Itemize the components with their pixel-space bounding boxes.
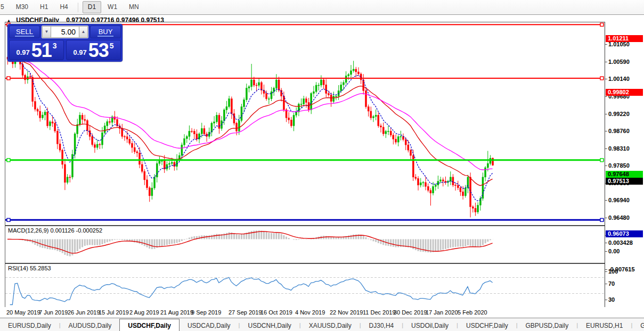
timeframe-button-MN[interactable]: MN [124, 1, 144, 13]
date-tick-label: 27 Sep 2019 [229, 309, 262, 316]
hline-price-badge: 0.97648 [606, 171, 643, 178]
date-tick-label: 5 Feb 2020 [458, 309, 487, 316]
rsi-tick: 100 [608, 268, 618, 275]
chart-tab-gbpaud-h1[interactable]: GBPAUD,H1 [632, 320, 644, 331]
price-tick: 1.00590 [608, 59, 630, 65]
chart-tab-usdchf-daily[interactable]: USDCHF,Daily [119, 319, 180, 331]
rsi-tick: 30 [608, 296, 615, 303]
timeframe-button-D1[interactable]: D1 [83, 1, 101, 13]
date-tick-label: 16 Oct 2019 [260, 309, 292, 316]
date-tick-label: 15 Jul 2019 [99, 309, 129, 316]
date-axis[interactable]: 20 May 20197 Jun 201926 Jun 201915 Jul 2… [5, 307, 644, 318]
price-tick: 0.98760 [608, 128, 630, 134]
date-tick-label: 4 Nov 2019 [295, 309, 325, 316]
date-tick-label: 21 Aug 2019 [160, 309, 193, 316]
hline-price-badge: 1.01211 [606, 35, 643, 42]
current-price-badge: 0.97513 [606, 178, 643, 185]
macd-panel[interactable]: MACD(12,26,9) 0.001126 -0.000252 [5, 226, 606, 264]
price-tick: 0.96940 [608, 197, 630, 203]
macd-label: MACD(12,26,9) 0.001126 -0.000252 [8, 227, 102, 234]
price-tick: 0.96480 [608, 214, 630, 221]
chart-tab-bar: EURUSD,Daily|AUDUSD,DailyUSDCHF,DailyUSD… [0, 318, 644, 331]
date-tick-label: 7 Jun 2019 [39, 309, 68, 316]
price-tick: 0.97850 [608, 162, 630, 169]
macd-tick: 0.003428 [608, 239, 633, 246]
chart-tab-eurusd-daily[interactable]: EURUSD,Daily [0, 320, 59, 331]
hline-price-badge: 0.99802 [606, 89, 643, 96]
date-tick-label: 17 Jan 2020 [426, 309, 458, 316]
chart-tab-usdoil-daily[interactable]: USDOil,Daily [403, 320, 456, 331]
chart-tab-gbpusd-daily[interactable]: GBPUSD,Daily [518, 320, 577, 331]
volume-spinner: ▼ 5.00 ▲ [42, 26, 88, 38]
chart-tab-xauusd-daily[interactable]: XAUUSD,Daily [301, 320, 360, 331]
volume-decrease-button[interactable]: ▼ [42, 26, 51, 38]
buy-price-display[interactable]: 0.97535 [66, 40, 121, 60]
chart-window: ▲ USDCHF,Daily 0.97700 0.97716 0.97496 0… [0, 14, 644, 318]
sell-button[interactable]: SELL [9, 26, 40, 38]
timeframe-button-H4[interactable]: H4 [54, 1, 73, 13]
buy-button[interactable]: BUY [90, 26, 121, 38]
date-tick-label: 26 Jun 2019 [68, 309, 100, 316]
chart-tab-eurusd-h1[interactable]: EURUSD,H1 [578, 320, 631, 331]
rsi-tick: 70 [608, 280, 615, 287]
chart-tab-dj30-h4[interactable]: DJ30,H4 [361, 320, 402, 331]
hline-price-badge: 0.96073 [606, 230, 643, 237]
one-click-trading-panel: SELL ▼ 5.00 ▲ BUY 0.97513 0.97535 [7, 24, 123, 62]
rsi-label: RSI(14) 55.2853 [8, 265, 51, 271]
price-axis[interactable]: 1.010501.005901.001400.996800.992200.987… [605, 22, 644, 308]
chart-tab-usdchf-daily[interactable]: USDCHF,Daily [458, 320, 516, 331]
date-tick-label: 30 Dec 2019 [394, 309, 427, 316]
timeframe-button-M30[interactable]: M30 [11, 1, 34, 13]
date-tick-label: 9 Sep 2019 [191, 309, 221, 316]
chart-tab-usdcnh-daily[interactable]: USDCNH,Daily [240, 320, 299, 331]
timeframe-button-5[interactable]: 5 [0, 1, 10, 13]
volume-input[interactable]: 5.00 [51, 26, 79, 38]
date-tick-label: 11 Dec 2019 [363, 309, 396, 316]
price-tick: 0.98310 [608, 145, 630, 152]
sell-price-display[interactable]: 0.97513 [9, 40, 64, 60]
toolbar-separator [78, 3, 78, 12]
timeframe-button-W1[interactable]: W1 [102, 1, 123, 13]
rsi-chart [5, 264, 604, 307]
date-tick-label: 2 Aug 2019 [129, 309, 159, 316]
timeframe-button-H1[interactable]: H1 [35, 1, 53, 13]
rsi-panel[interactable]: RSI(14) 55.2853 [5, 263, 606, 309]
volume-increase-button[interactable]: ▲ [79, 26, 88, 38]
chart-tab-usdcad-daily[interactable]: USDCAD,Daily [180, 320, 239, 331]
timeframe-toolbar: 5M30H1H4D1W1MN [0, 0, 644, 15]
date-tick-label: 22 Nov 2019 [330, 309, 363, 316]
macd-tick: 0.00 [608, 248, 619, 254]
chart-tab-audusd-daily[interactable]: AUDUSD,Daily [61, 320, 120, 331]
date-tick-label: 20 May 2019 [6, 309, 40, 316]
price-tick: 0.99220 [608, 111, 630, 117]
price-tick: 1.00140 [608, 76, 630, 82]
